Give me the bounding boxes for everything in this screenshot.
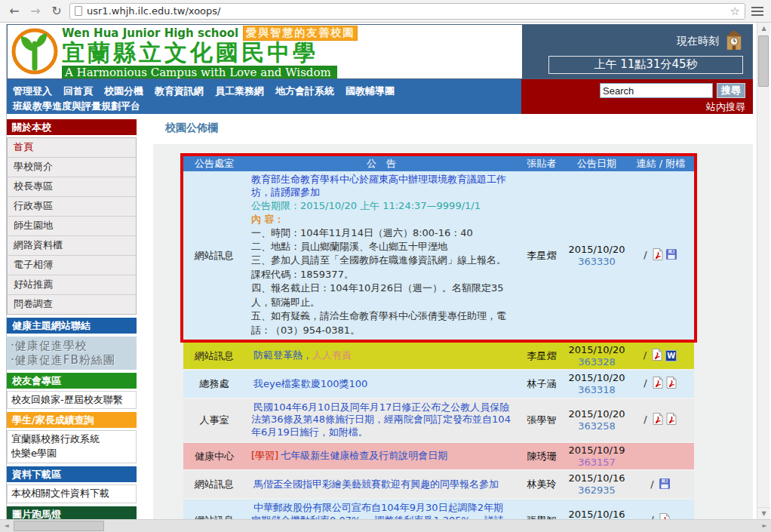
announcement-text-alt: 人人有責 [312,349,352,361]
sidebar-item-7[interactable]: 電子相簿 [8,256,136,275]
row-id-link[interactable]: 362935 [566,484,628,497]
sidebar-link[interactable]: 校友回娘家-歷屆校友聯繫 [11,393,132,407]
sidebar-item-4[interactable]: 行政專區 [8,197,136,217]
sidebar-item-6[interactable]: 網路資料櫃 [8,236,136,256]
save-icon[interactable] [659,478,670,491]
pdf-icon[interactable] [653,413,663,427]
header-banner: Wen Hua Junior High school 愛與智慧的友善校園 宜蘭縣… [8,25,522,78]
featured-id-link[interactable]: 363330 [566,256,628,268]
pdf-icon[interactable] [653,248,663,263]
nav-item-8[interactable]: 班級教學進度與評量規劃平台 [13,100,140,113]
row-date: 2015/10/16 [566,509,628,519]
announcement-link[interactable]: 馬偕盃全國指甲彩繪美藝競賽歡迎有興趣的同學報名參加 [253,478,499,490]
announcement-link[interactable]: 七年級新生健康檢查及行前說明會日期 [281,450,447,461]
nav-item-6[interactable]: 地方會計系統 [275,85,334,98]
table-row: 網站訊息 馬偕盃全國指甲彩繪美藝競賽歡迎有興趣的同學報名參加 林美玲 2015/… [183,470,694,498]
row-announcement: 馬偕盃全國指甲彩繪美藝競賽歡迎有興趣的同學報名參加 [245,470,518,498]
sidebar-item-9[interactable]: 問卷調查 [8,295,136,314]
main-area: 校園公佈欄 公告處室 公 告 張貼者 公告日期 連結 / 附檔 [137,114,753,519]
word-icon[interactable]: W [665,350,677,361]
sidebar-item-2[interactable]: 學校簡介 [8,158,136,177]
clock-panel: 現在時刻 上午 11點31分45秒 [522,25,752,78]
announcement-link[interactable]: 我eye檔案歡慶100獎100 [253,378,367,389]
school-motto: A Harmonious Campus with Love and Wisdom [62,66,337,79]
horizontal-scroll-thumb[interactable] [14,521,104,531]
row-dept: 網站訊息 [183,343,245,370]
nav-item-1[interactable]: 管理登入 [13,85,52,98]
back-icon[interactable]: ← [6,4,23,18]
row-announcement: 我eye檔案歡慶100獎100 [245,370,518,398]
col-date: 公告日期 [566,156,628,171]
save-icon[interactable] [666,249,677,262]
sidebar-links-box: 本校相關文件資料下載 [7,484,137,503]
row-id-link[interactable]: 363157 [566,457,628,469]
featured-period: 公告期限：2015/10/20 上午 11:24:37—9999/1/1 [251,200,511,213]
row-poster: 陳琇珊 [518,442,566,470]
sidebar-link[interactable]: ·健康促進學校 [11,339,133,353]
row-id-link[interactable]: 363318 [566,384,628,396]
sidebar-item-1[interactable]: 首頁 [8,138,136,158]
row-poster: 林子涵 [518,370,566,398]
row-attachments: /W [628,343,694,370]
vertical-scrollbar[interactable]: ▲ ▼ [757,23,769,519]
row-date: 2015/10/20 [566,408,628,420]
sidebar-item-5[interactable]: 師生園地 [8,217,136,236]
sidebar-links-box: 宜蘭縣校務行政系統快樂e學園 [7,430,137,463]
nav-item-5[interactable]: 員工業務網 [215,85,264,98]
search-button[interactable]: 搜尋 [717,83,745,98]
nav-item-4[interactable]: 教育資訊網 [155,85,204,98]
horizontal-scrollbar[interactable]: ◄ ► [0,519,771,532]
scroll-down-icon[interactable]: ▼ [757,507,770,519]
row-announcement: 中華郵政股份有限公司宣布自104年9月30日起調降2年期定期儲金機動利率0.07… [245,499,518,519]
sidebar-link[interactable]: 本校相關文件資料下載 [11,487,132,501]
scroll-left-icon[interactable]: ◄ [0,520,13,532]
nav-item-3[interactable]: 校園分機 [104,85,143,98]
featured-title-link[interactable]: 教育部生命教育學科中心於羅東高中辦理環境教育議題工作坊，請踴躍參加 [251,174,511,199]
bulletin-table-rows: 網站訊息 防範登革熱，人人有責 李星熠 2015/10/20 363328 /W… [183,343,694,519]
row-announcement: 防範登革熱，人人有責 [245,343,518,370]
featured-announcement-row: 網站訊息 教育部生命教育學科中心於羅東高中辦理環境教育議題工作坊，請踴躍參加 公… [183,171,694,340]
url-text[interactable]: usr1.whjh.ilc.edu.tw/xoops/ [87,5,726,17]
search-input[interactable] [600,83,713,98]
bulletin-table-head: 公告處室 公 告 張貼者 公告日期 連結 / 附檔 網站訊息 教育部生命教育學科… [183,156,694,340]
nav-item-2[interactable]: 回首頁 [63,85,93,98]
browser-menu-icon[interactable] [750,5,765,17]
featured-dept: 網站訊息 [183,171,245,340]
sidebar-link[interactable]: 快樂e學園 [11,447,132,461]
nav-item-7[interactable]: 國教輔導團 [346,85,395,98]
row-poster: 張學智 [518,398,566,443]
pdf-icon[interactable] [666,413,677,427]
row-id-link[interactable]: 363258 [566,420,628,432]
sidebar-section-title: 健康主題網站聯結 [7,318,137,334]
pdf-icon[interactable] [653,377,663,391]
pdf-icon[interactable] [659,513,670,519]
nav-links: 管理登入回首頁校園分機教育資訊網員工業務網地方會計系統國教輔導團班級教學進度與評… [7,79,521,114]
announcement-link[interactable]: 防範登革熱， [253,349,312,361]
scroll-up-icon[interactable]: ▲ [757,23,770,35]
table-header-row: 公告處室 公 告 張貼者 公告日期 連結 / 附檔 [183,156,694,171]
sidebar-link[interactable]: ·健康促進FB粉絲團 [11,353,133,367]
sidebar-item-3[interactable]: 校長專區 [8,177,136,197]
row-dept: 健康中心 [183,442,245,470]
row-dept: 網站訊息 [183,470,245,498]
forward-icon[interactable]: → [27,4,44,18]
pdf-icon[interactable] [666,377,677,391]
row-id-link[interactable]: 363328 [566,356,628,368]
bookmark-star-icon[interactable]: ☆ [730,5,740,18]
sidebar-item-8[interactable]: 好站推薦 [8,275,136,295]
scroll-right-icon[interactable]: ► [758,520,771,532]
featured-date: 2015/10/20 [566,244,628,256]
reload-icon[interactable]: ↻ [48,4,65,18]
announcement-link[interactable]: 民國104年6月10日及同年月17日修正公布之公教人員保險法第36條及第48條施… [251,401,511,438]
sidebar-link[interactable]: 宜蘭縣校務行政系統 [11,432,132,447]
announcement-link[interactable]: 中華郵政股份有限公司宣布自104年9月30日起調降2年期定期儲金機動利率0.07… [251,502,504,519]
featured-attachments: / [628,171,694,340]
vertical-scroll-thumb[interactable] [758,35,769,87]
address-bar[interactable]: usr1.whjh.ilc.edu.tw/xoops/ ☆ [69,3,745,20]
pdf-icon[interactable] [652,349,662,363]
search-zone: 搜尋 站內搜尋 [521,79,753,114]
row-dept: 人事室 [183,398,245,443]
col-poster: 張貼者 [518,156,566,171]
page-icon [75,6,82,16]
sidebar-section-title: 校友會專區 [7,373,137,389]
